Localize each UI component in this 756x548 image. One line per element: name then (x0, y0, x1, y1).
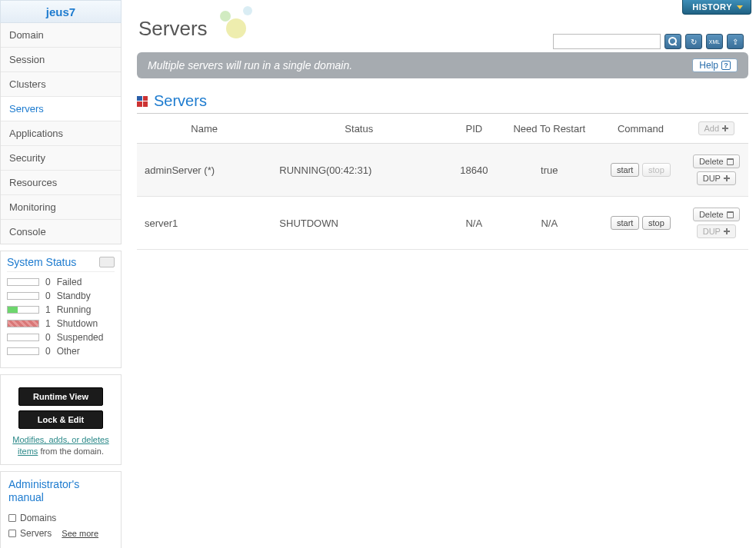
status-count: 0 (45, 332, 51, 343)
question-icon: ? (721, 61, 731, 70)
cell-name[interactable]: server1 (137, 197, 271, 250)
status-count: 0 (45, 291, 51, 301)
delete-button[interactable]: Delete (693, 154, 740, 168)
cell-name[interactable]: adminServer (*) (137, 144, 271, 197)
brand-text: jeus7 (46, 5, 75, 18)
nav-item-resources[interactable]: Resources (1, 171, 121, 195)
nav-item-clusters[interactable]: Clusters (1, 72, 121, 97)
cell-status: SHUTDOWN (271, 197, 446, 250)
status-bar-icon (7, 278, 39, 286)
stop-button[interactable]: stop (642, 163, 671, 177)
col-restart: Need To Restart (501, 114, 597, 144)
cell-command: start stop (597, 197, 684, 250)
sidebar: jeus7 Domain Session Clusters Servers Ap… (0, 0, 122, 548)
description-bar: Multiple servers will run in a single do… (137, 52, 748, 78)
page-header: Servers ↻ XML ⇪ (137, 3, 748, 48)
manual-item-servers[interactable]: Servers See more (8, 526, 113, 541)
main-content: HISTORY Servers ↻ XML ⇪ Multiple servers… (122, 0, 756, 548)
page-title: Servers (137, 9, 748, 41)
status-label: Running (57, 304, 92, 315)
nav-item-domain[interactable]: Domain (1, 23, 121, 48)
status-label: Suspended (57, 332, 104, 343)
cell-pid: N/A (446, 197, 501, 250)
cell-status: RUNNING(00:42:31) (271, 144, 446, 197)
status-count: 1 (45, 318, 51, 329)
servers-table: Name Status PID Need To Restart Command … (137, 114, 748, 250)
cell-restart: true (501, 144, 597, 197)
nav-item-console[interactable]: Console (1, 220, 121, 244)
nav-item-monitoring[interactable]: Monitoring (1, 195, 121, 220)
status-bar-icon (7, 292, 39, 300)
col-status: Status (271, 114, 446, 144)
grid-icon (137, 96, 148, 107)
system-status-title: System Status (7, 256, 76, 268)
manual-item-domains[interactable]: Domains (8, 510, 113, 526)
book-icon (8, 530, 16, 537)
manual-item-label: Domains (20, 513, 56, 523)
dup-label: DUP (703, 174, 721, 183)
delete-button[interactable]: Delete (693, 208, 740, 221)
status-label: Failed (57, 277, 82, 287)
status-row-suspended: 0 Suspended (7, 332, 115, 343)
status-count: 0 (45, 277, 51, 287)
help-label: Help (699, 60, 718, 71)
col-actions: Add (684, 114, 748, 144)
laptop-icon (99, 257, 115, 267)
cell-actions: Delete DUP (684, 197, 748, 250)
status-row-shutdown: 1 Shutdown (7, 318, 115, 329)
section-title: Servers (137, 92, 748, 110)
status-bar-icon (7, 320, 39, 327)
manual-panel: Administrator's manual Domains Servers S… (0, 471, 122, 548)
plus-icon (724, 175, 730, 181)
dup-button[interactable]: DUP (697, 224, 736, 238)
manual-title: Administrator's manual (8, 478, 113, 504)
start-button[interactable]: start (611, 163, 639, 177)
system-status-panel: System Status 0 Failed 0 Standby 1 Runni… (0, 251, 122, 368)
status-label: Standby (57, 291, 91, 301)
side-actions: Runtime View Lock & Edit Modifies, adds,… (0, 374, 122, 465)
status-label: Shutdown (57, 318, 98, 329)
manual-item-label: Servers (20, 528, 52, 539)
plus-icon (722, 125, 728, 131)
help-button[interactable]: Help ? (692, 58, 738, 72)
col-pid: PID (446, 114, 501, 144)
status-row-standby: 0 Standby (7, 291, 115, 301)
add-label: Add (704, 124, 720, 133)
table-row: server1 SHUTDOWN N/A N/A start stop Dele… (137, 197, 748, 250)
status-bar-icon (7, 306, 39, 314)
delete-label: Delete (699, 210, 724, 219)
cell-command: start stop (597, 144, 684, 197)
cell-restart: N/A (501, 197, 597, 250)
modify-tail: from the domain. (38, 447, 104, 456)
status-row-other: 0 Other (7, 346, 115, 357)
cell-actions: Delete DUP (684, 144, 748, 197)
stop-button[interactable]: stop (642, 216, 671, 230)
status-count: 0 (45, 346, 51, 357)
nav-menu: Domain Session Clusters Servers Applicat… (0, 23, 122, 244)
nav-item-servers[interactable]: Servers (1, 97, 121, 121)
status-label: Other (57, 346, 80, 357)
see-more-link[interactable]: See more (62, 529, 98, 538)
nav-item-session[interactable]: Session (1, 48, 121, 72)
book-icon (8, 514, 16, 522)
runtime-view-button[interactable]: Runtime View (18, 387, 103, 406)
start-button[interactable]: start (611, 216, 639, 230)
trash-icon (727, 158, 734, 165)
col-name: Name (137, 114, 271, 144)
dup-button[interactable]: DUP (697, 171, 736, 185)
nav-item-security[interactable]: Security (1, 146, 121, 171)
status-row-running: 1 Running (7, 304, 115, 315)
status-bar-icon (7, 347, 39, 355)
section-title-text: Servers (154, 92, 207, 110)
trash-icon (727, 211, 734, 218)
nav-item-applications[interactable]: Applications (1, 121, 121, 146)
add-button[interactable]: Add (698, 121, 735, 135)
table-row: adminServer (*) RUNNING(00:42:31) 18640 … (137, 144, 748, 197)
brand-logo[interactable]: jeus7 (0, 0, 122, 23)
plus-icon (724, 228, 730, 234)
status-bar-icon (7, 334, 39, 341)
delete-label: Delete (699, 157, 724, 166)
status-count: 1 (45, 304, 51, 315)
cell-pid: 18640 (446, 144, 501, 197)
lock-edit-button[interactable]: Lock & Edit (18, 410, 103, 429)
